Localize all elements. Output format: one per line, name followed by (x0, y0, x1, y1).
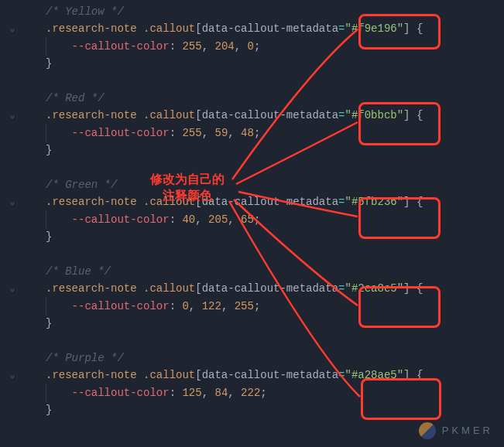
attribute-name: data-callout-metadata (202, 282, 338, 295)
watermark: PKMER (419, 422, 493, 439)
code-line[interactable]: /* Purple */ (6, 350, 504, 367)
code-line[interactable]: /* Blue */ (6, 263, 504, 280)
code-line[interactable] (6, 332, 504, 349)
highlight-box (358, 197, 441, 239)
fold-chevron-icon[interactable]: ⌄ (6, 195, 19, 210)
selector: .research-note .callout (46, 282, 195, 295)
code-line[interactable]: /* Green */ (6, 176, 504, 193)
selector: .research-note .callout (46, 109, 195, 121)
comment: /* Red */ (46, 92, 105, 104)
fold-chevron-icon[interactable]: ⌄ (6, 282, 19, 296)
annotation-label: 修改为自己的 注释颜色 (150, 172, 225, 204)
highlight-box (358, 14, 441, 49)
watermark-text: PKMER (442, 423, 493, 439)
logo-icon (419, 422, 436, 439)
attribute-name: data-callout-metadata (202, 369, 338, 381)
css-property: --callout-color (72, 387, 170, 399)
highlight-box (361, 378, 441, 420)
css-property: --callout-color (72, 213, 170, 226)
css-property: --callout-color (72, 300, 170, 312)
fold-chevron-icon[interactable]: ⌄ (6, 108, 19, 123)
comment: /* Yellow */ (46, 5, 124, 18)
code-line[interactable] (6, 159, 504, 176)
comment: /* Purple */ (46, 352, 124, 364)
fold-chevron-icon[interactable]: ⌄ (6, 22, 19, 36)
attribute-name: data-callout-metadata (202, 22, 338, 35)
attribute-name: data-callout-metadata (202, 109, 338, 121)
css-property: --callout-color (72, 127, 170, 139)
fold-chevron-icon[interactable]: ⌄ (6, 368, 19, 383)
selector: .research-note .callout (46, 369, 195, 381)
highlight-box (358, 102, 441, 145)
code-line[interactable] (6, 73, 504, 90)
code-line[interactable] (6, 245, 504, 262)
code-line[interactable]: } (6, 55, 504, 72)
comment: /* Blue */ (46, 265, 111, 278)
comment: /* Green */ (46, 179, 117, 191)
highlight-box (358, 286, 441, 328)
selector: .research-note .callout (46, 22, 195, 35)
css-property: --callout-color (72, 40, 170, 53)
